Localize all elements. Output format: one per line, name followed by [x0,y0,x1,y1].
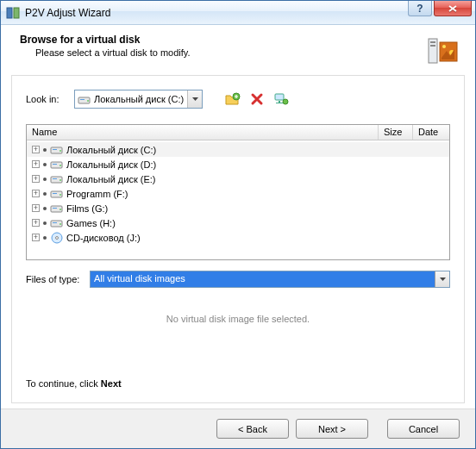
drive-row[interactable]: +Films (G:) [27,201,449,215]
cancel-button[interactable]: Cancel [387,419,460,439]
svg-point-11 [87,100,89,102]
filetype-row: Files of type: All virtual disk images [26,271,450,288]
svg-rect-14 [279,101,280,103]
drive-row[interactable]: +Локальный диск (C:) [27,142,449,157]
lookin-combobox[interactable]: Локальный диск (C:) [74,90,203,109]
svg-rect-33 [53,222,57,223]
list-body[interactable]: +Локальный диск (C:)+Локальный диск (D:)… [27,140,449,259]
continue-prefix: To continue, click [26,378,101,389]
drive-label: Games (H:) [66,218,116,228]
continue-bold: Next [101,378,122,389]
svg-rect-18 [53,149,57,150]
page-subtitle: Please select a virtual disk to modify. [20,47,425,58]
bullet-icon [43,236,47,240]
new-folder-icon[interactable] [225,91,241,107]
bullet-icon [43,148,47,152]
drive-icon [50,159,63,170]
drive-label: Programm (F:) [66,189,128,199]
bullet-icon [43,163,47,166]
svg-point-28 [60,194,61,196]
svg-rect-4 [430,45,435,47]
drive-label: Локальный диск (C:) [66,145,156,155]
drive-label: Локальный диск (E:) [66,174,156,184]
bullet-icon [43,221,47,225]
column-size[interactable]: Size [379,125,413,140]
wizard-header: Browse for a virtual disk Please select … [1,25,475,75]
svg-point-19 [60,150,61,152]
page-title: Browse for a virtual disk [20,34,425,46]
chevron-down-icon[interactable] [435,271,449,287]
svg-rect-10 [80,99,85,100]
svg-point-36 [55,236,58,239]
drive-row[interactable]: +CD-дисковод (J:) [27,230,449,245]
svg-rect-13 [275,94,284,100]
bullet-icon [43,178,47,181]
drive-icon [50,188,63,199]
svg-rect-0 [7,8,12,18]
svg-point-25 [60,179,61,181]
close-button[interactable] [434,1,472,16]
window-title: P2V Adjust Wizard [25,7,110,19]
filetype-label: Files of type: [26,274,85,284]
drive-label: Films (G:) [66,203,108,214]
drive-row[interactable]: +Games (H:) [27,215,449,230]
svg-rect-30 [53,208,57,209]
drive-icon [50,217,63,228]
chevron-down-icon[interactable] [187,90,202,108]
wizard-footer: < Back Next > Cancel [1,408,475,448]
drive-row[interactable]: +Локальный диск (D:) [27,157,449,171]
continue-hint: To continue, click Next [26,365,450,389]
file-list: Name Size Date +Локальный диск (C:)+Лока… [26,124,450,260]
lookin-row: Look in: Локальный диск (C:) [26,90,450,109]
expand-icon[interactable]: + [32,146,40,153]
svg-rect-27 [53,193,57,194]
drive-icon [50,203,63,214]
svg-rect-3 [430,41,435,43]
svg-point-7 [442,45,446,48]
filetype-combobox[interactable]: All virtual disk images [90,271,450,288]
next-button[interactable]: Next > [296,419,368,439]
drive-icon [50,144,63,155]
expand-icon[interactable]: + [32,160,40,168]
svg-rect-21 [53,164,57,165]
svg-point-31 [60,209,61,210]
drive-row[interactable]: +Programm (F:) [27,186,449,201]
expand-icon[interactable]: + [32,175,40,183]
delete-icon[interactable] [249,91,265,107]
drive-label: Локальный диск (D:) [66,159,156,170]
svg-point-34 [60,223,61,225]
drive-icon [50,173,63,184]
bullet-icon [43,207,47,210]
drive-label: CD-дисковод (J:) [66,233,141,243]
expand-icon[interactable]: + [32,219,40,227]
bullet-icon [43,192,47,196]
lookin-label: Look in: [26,94,67,104]
svg-rect-1 [14,8,19,18]
help-button[interactable]: ? [408,1,432,16]
column-date[interactable]: Date [413,125,449,140]
lookin-value: Локальный диск (C:) [94,94,184,104]
window-controls: ? [408,1,472,16]
filetype-value: All virtual disk images [91,271,435,287]
expand-icon[interactable]: + [32,234,40,241]
drive-row[interactable]: +Локальный диск (E:) [27,171,449,186]
svg-point-22 [60,165,61,166]
column-name[interactable]: Name [27,125,379,140]
svg-point-16 [283,99,288,104]
back-button[interactable]: < Back [216,419,289,439]
drive-icon [78,94,91,105]
wizard-window: P2V Adjust Wizard ? Browse for a virtual… [0,0,476,449]
app-icon [6,6,20,20]
expand-icon[interactable]: + [32,190,40,197]
content-pane: Look in: Локальный диск (C:) [11,75,465,403]
expand-icon[interactable]: + [32,204,40,212]
svg-rect-15 [276,103,283,103]
status-message: No virtual disk image file selected. [26,314,450,324]
header-icon [425,34,460,68]
list-header: Name Size Date [27,125,449,140]
titlebar[interactable]: P2V Adjust Wizard ? [1,1,475,25]
cd-icon [50,232,63,243]
network-icon[interactable] [273,91,289,107]
svg-rect-24 [53,178,57,179]
